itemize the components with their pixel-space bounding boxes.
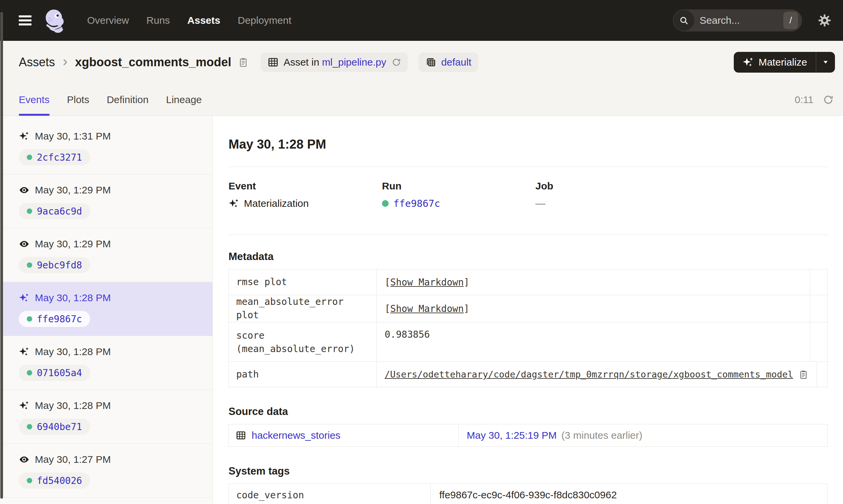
materialization-icon <box>19 292 30 303</box>
run-pill[interactable]: fd540026 <box>19 472 90 489</box>
run-id-link[interactable]: 9ebc9fd8 <box>37 260 82 271</box>
run-status-dot <box>27 155 32 160</box>
event-detail-title: May 30, 1:28 PM <box>228 137 828 152</box>
tab-lineage[interactable]: Lineage <box>166 84 202 115</box>
dagster-asset-page: Overview Runs Assets Deployment / Assets… <box>0 0 843 504</box>
reload-location-icon[interactable] <box>392 57 401 67</box>
asset-tabs: Events Plots Definition Lineage 0:11 <box>0 84 843 116</box>
run-status-dot <box>27 424 32 429</box>
tag-key: code_version <box>229 484 430 504</box>
metadata-row-rmse-plot: rmse plot [Show Markdown] <box>229 269 827 295</box>
run-pill[interactable]: 9ebc9fd8 <box>19 257 90 273</box>
event-list-item-1[interactable]: May 30, 1:31 PM 2cfc3271 <box>0 121 212 174</box>
metadata-heading: Metadata <box>228 250 828 263</box>
sparkle-icon <box>742 57 754 68</box>
nav-right: / <box>673 10 831 32</box>
nav-deployment[interactable]: Deployment <box>238 15 291 26</box>
content-area: May 30, 1:31 PM 2cfc3271 May 30, 1:29 PM… <box>0 116 843 504</box>
run-pill[interactable]: 9aca6c9d <box>19 203 90 219</box>
event-list-item-4-selected[interactable]: May 30, 1:28 PM ffe9867c <box>0 282 212 336</box>
metadata-table: rmse plot [Show Markdown] mean_absolute_… <box>228 269 828 387</box>
event-time: May 30, 1:28 PM <box>35 400 111 411</box>
event-list-item-5[interactable]: May 30, 1:28 PM 071605a4 <box>0 336 212 390</box>
materialize-label: Materialize <box>759 57 807 68</box>
copy-path-icon[interactable] <box>798 370 808 379</box>
run-pill[interactable]: ffe9867c <box>19 311 90 327</box>
event-time: May 30, 1:31 PM <box>35 130 111 142</box>
event-time: May 30, 1:28 PM <box>35 292 111 304</box>
event-summary: Event Materialization Run ffe9867c Job — <box>228 180 828 210</box>
tab-events[interactable]: Events <box>19 84 50 115</box>
asset-table-icon <box>236 430 246 441</box>
metadata-score-value: 0.983856 <box>376 322 810 361</box>
metadata-key: mean_absolute_error plot <box>229 295 376 322</box>
storage-path-link[interactable]: /Users/odetteharary/code/dagster/tmp_0mz… <box>385 369 793 379</box>
tab-definition[interactable]: Definition <box>106 84 149 115</box>
nav-overview[interactable]: Overview <box>87 15 129 26</box>
observation-icon <box>19 185 30 195</box>
chevron-right-icon <box>61 58 69 66</box>
search-icon <box>673 10 694 31</box>
divider <box>228 167 828 167</box>
top-nav: Overview Runs Assets Deployment / <box>0 0 843 41</box>
materialize-button[interactable]: Materialize <box>734 52 816 73</box>
run-status-dot <box>382 200 389 207</box>
metadata-extra-cell <box>810 295 827 322</box>
run-pill[interactable]: 6940be71 <box>19 419 90 435</box>
run-column: Run ffe9867c <box>382 180 535 210</box>
tab-plots[interactable]: Plots <box>67 84 89 115</box>
run-id-link[interactable]: 6940be71 <box>37 421 82 432</box>
search-box[interactable]: / <box>673 10 802 32</box>
run-id-link[interactable]: 071605a4 <box>37 367 82 378</box>
search-input[interactable] <box>694 15 784 26</box>
source-timestamp-link[interactable]: May 30, 1:25:19 PM <box>467 430 556 441</box>
event-list-item-7[interactable]: May 30, 1:27 PM fd540026 <box>0 444 212 498</box>
show-markdown-link[interactable]: [Show Markdown] <box>385 277 469 288</box>
asset-group-badge[interactable]: default <box>418 53 478 72</box>
event-list-item-2[interactable]: May 30, 1:29 PM 9aca6c9d <box>0 174 212 228</box>
run-id-link[interactable]: 2cfc3271 <box>37 152 82 163</box>
event-type-value: Materialization <box>244 197 309 210</box>
event-list-item-6[interactable]: May 30, 1:28 PM 6940be71 <box>0 390 212 444</box>
dagster-logo[interactable] <box>41 7 68 34</box>
metadata-row-mae-plot: mean_absolute_error plot [Show Markdown] <box>229 295 827 322</box>
event-time: May 30, 1:29 PM <box>35 238 111 250</box>
system-tags-heading: System tags <box>228 465 828 478</box>
asset-group-icon <box>425 57 436 68</box>
metadata-key: path <box>229 362 376 387</box>
metadata-extra-cell <box>810 269 827 295</box>
menu-icon[interactable] <box>19 15 32 25</box>
materialization-icon <box>19 131 30 142</box>
asset-group-link[interactable]: default <box>441 57 471 68</box>
breadcrumb-assets-link[interactable]: Assets <box>19 55 55 69</box>
event-time: May 30, 1:27 PM <box>35 454 111 465</box>
run-link[interactable]: ffe9867c <box>393 197 440 210</box>
run-label: Run <box>382 180 535 193</box>
materialize-dropdown-button[interactable] <box>816 52 835 73</box>
materialization-icon <box>228 198 239 209</box>
source-data-heading: Source data <box>228 405 828 418</box>
metadata-row-score: score (mean_absolute_error) 0.983856 <box>229 322 827 361</box>
asset-file-link[interactable]: ml_pipeline.py <box>322 57 386 68</box>
copy-asset-name-icon[interactable] <box>238 57 248 68</box>
run-status-dot <box>27 316 32 322</box>
nav-assets[interactable]: Assets <box>187 15 220 26</box>
source-asset-link[interactable]: hackernews_stories <box>252 430 340 441</box>
asset-location-badge[interactable]: Asset in ml_pipeline.py <box>261 53 408 72</box>
run-id-link[interactable]: 9aca6c9d <box>37 206 82 217</box>
settings-gear-icon[interactable] <box>818 13 831 28</box>
run-status-dot <box>27 263 32 268</box>
show-markdown-link[interactable]: [Show Markdown] <box>385 303 469 314</box>
refresh-icon[interactable] <box>823 94 833 105</box>
event-list-item-3[interactable]: May 30, 1:29 PM 9ebc9fd8 <box>0 228 212 282</box>
run-id-link[interactable]: ffe9867c <box>37 313 82 325</box>
refresh-area: 0:11 <box>795 84 833 115</box>
search-shortcut-badge: / <box>784 12 798 29</box>
job-value: — <box>535 197 689 210</box>
vertical-scrollbar[interactable] <box>0 12 3 499</box>
run-id-link[interactable]: fd540026 <box>37 475 82 486</box>
run-pill[interactable]: 071605a4 <box>19 365 90 381</box>
run-pill[interactable]: 2cfc3271 <box>19 149 90 165</box>
job-column: Job — <box>535 180 689 210</box>
nav-runs[interactable]: Runs <box>147 15 170 26</box>
